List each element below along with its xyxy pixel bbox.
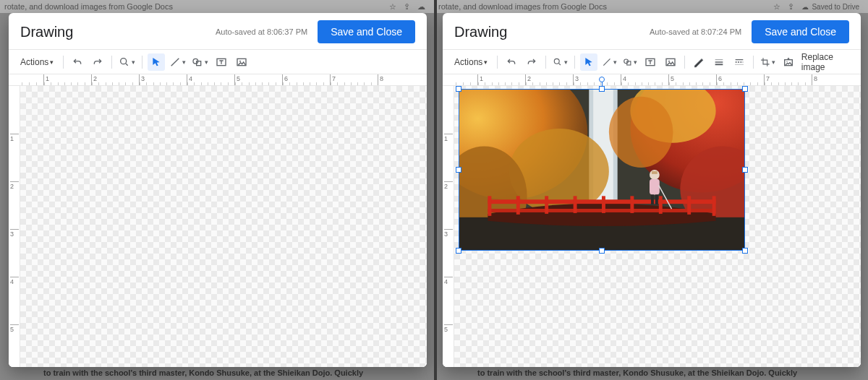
resize-handle-tm[interactable]	[599, 86, 605, 92]
svg-point-13	[786, 61, 787, 61]
doc-body-text: to train with the school's third master,…	[477, 368, 797, 377]
toolbar: Actions▾ ▾ ▾ ▾ ▾ Replace image	[443, 50, 861, 74]
line-tool[interactable]: ▾	[168, 53, 187, 71]
doc-tab-title: rotate, and download images from Google …	[4, 2, 173, 11]
resize-handle-bl[interactable]	[456, 248, 461, 254]
svg-rect-33	[630, 196, 634, 213]
doc-tab: rotate, and download images from Google …	[434, 0, 868, 13]
svg-point-5	[239, 60, 241, 61]
toolbar: Actions▾ ▾ ▾ ▾	[9, 50, 427, 74]
svg-rect-38	[650, 179, 660, 195]
replace-image-button[interactable]: Replace image	[800, 52, 854, 72]
svg-point-6	[554, 59, 559, 64]
undo-button[interactable]	[503, 53, 520, 71]
ruler-horizontal: 1 2 3 4 5 6 7 8	[9, 74, 427, 86]
move-icon[interactable]: ⇪	[788, 2, 794, 12]
save-and-close-button[interactable]: Save and Close	[752, 20, 849, 43]
resize-handle-ml[interactable]	[456, 167, 461, 173]
canvas-area: 1 2 3 4 5 6	[9, 86, 427, 367]
resize-handle-tr[interactable]	[742, 86, 748, 92]
svg-rect-41	[652, 171, 658, 174]
cloud-icon[interactable]: ☁	[417, 2, 425, 12]
drawing-dialog: Drawing Auto-saved at 8:06:37 PM Save an…	[9, 13, 427, 367]
autumn-waterfall-photo	[459, 90, 744, 250]
canvas-area: 1 2 3 4 5 6	[443, 86, 861, 367]
zoom-button[interactable]: ▾	[551, 53, 569, 71]
shape-tool[interactable]: ▾	[621, 53, 639, 71]
redo-button[interactable]	[89, 53, 106, 71]
doc-tab-title: rotate, and download images from Google …	[438, 2, 607, 11]
cloud-saved-status[interactable]: ☁ Saved to Drive	[801, 2, 859, 12]
drawing-canvas[interactable]	[20, 86, 427, 367]
svg-rect-39	[651, 194, 654, 204]
line-tool[interactable]: ▾	[600, 53, 618, 71]
right-screenshot: rotate, and download images from Google …	[434, 0, 868, 380]
inserted-image[interactable]	[459, 89, 745, 251]
resize-handle-bm[interactable]	[599, 248, 605, 254]
resize-handle-tl[interactable]	[456, 86, 461, 92]
left-screenshot: rotate, and download images from Google …	[0, 0, 434, 380]
star-icon[interactable]: ☆	[389, 2, 396, 12]
ruler-horizontal: 1 2 3 4 5 6 7 8	[443, 74, 861, 86]
svg-rect-28	[488, 196, 491, 216]
border-color-button[interactable]	[690, 53, 707, 71]
svg-rect-32	[602, 196, 605, 213]
svg-point-24	[609, 97, 673, 168]
dialog-header: Drawing Auto-saved at 8:07:24 PM Save an…	[443, 13, 861, 50]
actions-menu[interactable]: Actions▾	[450, 53, 492, 71]
dialog-title: Drawing	[454, 24, 507, 40]
border-dash-button[interactable]	[731, 53, 748, 71]
ruler-vertical: 1 2 3 4 5 6	[9, 86, 20, 367]
shape-tool[interactable]: ▾	[190, 53, 210, 71]
move-icon[interactable]: ⇪	[404, 2, 410, 12]
select-tool[interactable]	[148, 53, 165, 71]
star-icon[interactable]: ☆	[773, 2, 780, 12]
svg-rect-30	[545, 196, 548, 214]
autosave-status: Auto-saved at 8:06:37 PM	[216, 27, 318, 36]
svg-rect-36	[712, 196, 716, 216]
dialog-title: Drawing	[20, 24, 73, 40]
autosave-status: Auto-saved at 8:07:24 PM	[650, 27, 752, 36]
undo-button[interactable]	[69, 53, 86, 71]
image-tool[interactable]	[662, 53, 679, 71]
doc-body-text: to train with the school's third master,…	[43, 368, 363, 377]
tab-icons: ☆ ⇪ ☁ Saved to Drive	[773, 2, 868, 12]
svg-rect-40	[655, 194, 658, 204]
image-tool[interactable]	[233, 53, 250, 71]
redo-button[interactable]	[523, 53, 540, 71]
crop-button[interactable]: ▾	[759, 53, 777, 71]
tab-icons: ☆ ⇪ ☁	[389, 2, 434, 12]
rotate-handle[interactable]	[599, 77, 605, 82]
drawing-canvas[interactable]	[454, 86, 861, 367]
dialog-header: Drawing Auto-saved at 8:06:37 PM Save an…	[9, 13, 427, 50]
reset-image-button[interactable]	[780, 53, 797, 71]
resize-handle-mr[interactable]	[742, 167, 748, 173]
actions-menu[interactable]: Actions▾	[16, 53, 58, 71]
svg-rect-31	[574, 196, 577, 213]
textbox-tool[interactable]	[213, 53, 230, 71]
ruler-vertical: 1 2 3 4 5 6	[443, 86, 454, 367]
border-weight-button[interactable]	[710, 53, 728, 71]
resize-handle-br[interactable]	[742, 248, 748, 254]
drawing-dialog: Drawing Auto-saved at 8:07:24 PM Save an…	[443, 13, 861, 367]
svg-rect-35	[687, 196, 691, 215]
select-tool[interactable]	[580, 53, 597, 71]
save-and-close-button[interactable]: Save and Close	[318, 20, 415, 43]
image-divider	[434, 0, 437, 380]
zoom-button[interactable]: ▾	[117, 53, 137, 71]
svg-rect-29	[516, 196, 520, 215]
svg-point-0	[121, 58, 127, 64]
doc-tab: rotate, and download images from Google …	[0, 0, 434, 13]
textbox-tool[interactable]	[642, 53, 659, 71]
svg-point-11	[668, 60, 670, 61]
svg-rect-34	[659, 196, 663, 214]
